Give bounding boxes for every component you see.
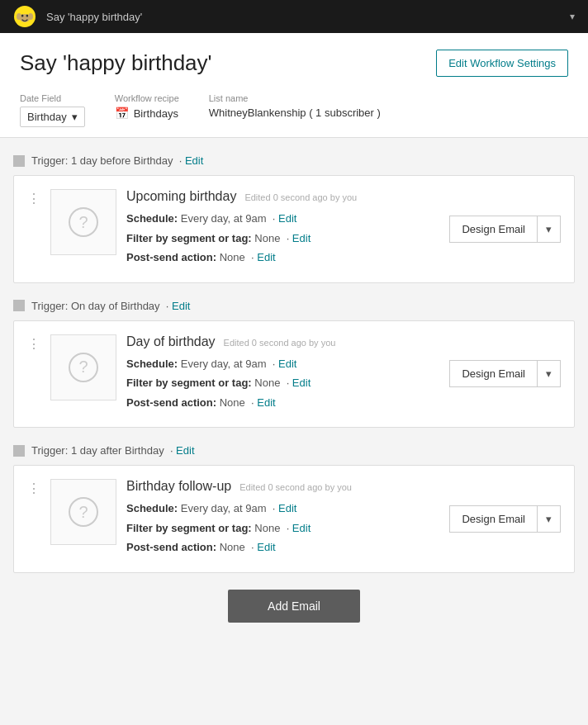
card-actions-2: Design Email ▾: [449, 360, 561, 387]
list-name-meta: List name WhitneyBlankenship ( 1 subscri…: [209, 93, 381, 119]
trigger-header-1: Trigger: 1 day before Birthday · Edit: [13, 154, 575, 167]
card-thumbnail-3: ?: [50, 479, 116, 545]
date-field-value: Birthday: [27, 111, 67, 123]
trigger-text-3: Trigger: 1 day after Birthday · Edit: [31, 444, 195, 457]
svg-point-4: [17, 13, 21, 20]
design-email-dropdown-1[interactable]: ▾: [537, 216, 561, 243]
card-body-2: Day of birthday Edited 0 second ago by y…: [126, 334, 439, 415]
design-email-dropdown-3[interactable]: ▾: [537, 505, 561, 533]
workflow-recipe-meta: Workflow recipe 📅 Birthdays: [115, 93, 179, 120]
card-edited-3: Edited 0 second ago by you: [239, 482, 352, 492]
list-name-value: WhitneyBlankenship ( 1 subscriber ): [209, 107, 381, 119]
top-nav-chevron-icon: ▾: [570, 11, 575, 22]
calendar-icon: 📅: [115, 107, 129, 120]
card-body-1: Upcoming birthday Edited 0 second ago by…: [126, 189, 439, 269]
card-edited-2: Edited 0 second ago by you: [224, 338, 336, 348]
trigger-edit-link-2[interactable]: Edit: [172, 300, 190, 312]
trigger-edit-link-1[interactable]: Edit: [185, 154, 203, 167]
postsend-edit-link-2[interactable]: Edit: [257, 396, 275, 409]
card-title-1: Upcoming birthday: [126, 189, 236, 204]
card-schedule-3: Schedule: Every day, at 9am · Edit: [126, 500, 439, 517]
card-title-row-1: Upcoming birthday Edited 0 second ago by…: [126, 189, 439, 204]
question-mark-icon-2: ?: [69, 353, 98, 382]
trigger-indicator-3: [13, 445, 25, 457]
segment-edit-link-3[interactable]: Edit: [292, 522, 311, 534]
trigger-edit-link-3[interactable]: Edit: [176, 444, 194, 457]
trigger-indicator-1: [13, 155, 25, 167]
design-email-button-3[interactable]: Design Email: [449, 505, 537, 533]
drag-handle-1: ⋮: [27, 189, 40, 206]
card-postsend-2: Post-send action: None · Edit: [126, 395, 439, 411]
top-nav-title: Say 'happy birthday': [46, 11, 570, 23]
drag-handle-3: ⋮: [27, 479, 40, 496]
card-thumbnail-1: ?: [50, 189, 116, 255]
card-postsend-3: Post-send action: None · Edit: [126, 539, 439, 556]
postsend-edit-link-3[interactable]: Edit: [257, 541, 275, 553]
card-actions-3: Design Email ▾: [449, 505, 561, 533]
schedule-edit-link-2[interactable]: Edit: [278, 358, 296, 370]
card-schedule-2: Schedule: Every day, at 9am · Edit: [126, 356, 439, 372]
email-card-1: ⋮ ? Upcoming birthday Edited 0 second ag…: [13, 175, 575, 283]
card-postsend-1: Post-send action: None · Edit: [126, 249, 439, 266]
card-actions-1: Design Email ▾: [449, 216, 561, 243]
trigger-header-2: Trigger: On day of Birthday · Edit: [13, 300, 575, 312]
page-header-top: Say 'happy birthday' Edit Workflow Setti…: [20, 50, 568, 77]
date-field-chevron-icon: ▾: [72, 111, 78, 123]
card-title-row-2: Day of birthday Edited 0 second ago by y…: [126, 334, 439, 349]
segment-edit-link-1[interactable]: Edit: [292, 232, 311, 244]
schedule-edit-link-3[interactable]: Edit: [278, 502, 296, 514]
card-body-3: Birthday follow-up Edited 0 second ago b…: [126, 479, 439, 559]
mailchimp-logo-icon: [13, 5, 36, 28]
add-email-button[interactable]: Add Email: [228, 590, 360, 623]
trigger-text-1: Trigger: 1 day before Birthday · Edit: [31, 154, 203, 167]
question-mark-icon-3: ?: [69, 497, 98, 527]
design-email-button-1[interactable]: Design Email: [449, 216, 537, 243]
email-card-3: ⋮ ? Birthday follow-up Edited 0 second a…: [13, 465, 575, 573]
trigger-indicator-2: [13, 300, 25, 311]
date-field-label: Date Field: [20, 93, 85, 103]
card-schedule-1: Schedule: Every day, at 9am · Edit: [126, 211, 439, 227]
trigger-section-3: Trigger: 1 day after Birthday · Edit ⋮ ?…: [13, 444, 575, 573]
card-segment-3: Filter by segment or tag: None · Edit: [126, 520, 439, 537]
postsend-edit-link-1[interactable]: Edit: [257, 251, 275, 263]
email-card-2: ⋮ ? Day of birthday Edited 0 second ago …: [13, 320, 575, 429]
card-edited-1: Edited 0 second ago by you: [244, 192, 357, 202]
trigger-text-2: Trigger: On day of Birthday · Edit: [31, 300, 190, 312]
edit-workflow-button[interactable]: Edit Workflow Settings: [436, 50, 568, 77]
trigger-section-2: Trigger: On day of Birthday · Edit ⋮ ? D…: [13, 300, 575, 429]
workflow-recipe-value: Birthdays: [134, 107, 178, 120]
card-title-row-3: Birthday follow-up Edited 0 second ago b…: [126, 479, 439, 494]
drag-handle-2: ⋮: [27, 334, 40, 352]
top-nav: Say 'happy birthday' ▾: [0, 0, 588, 33]
card-title-2: Day of birthday: [126, 334, 216, 349]
trigger-header-3: Trigger: 1 day after Birthday · Edit: [13, 444, 575, 457]
design-email-button-2[interactable]: Design Email: [449, 360, 537, 387]
design-email-dropdown-2[interactable]: ▾: [537, 360, 561, 387]
workflow-meta-bar: Date Field Birthday ▾ Workflow recipe 📅 …: [20, 93, 568, 137]
question-mark-icon-1: ?: [69, 207, 98, 237]
list-name-label: List name: [209, 93, 381, 103]
card-segment-1: Filter by segment or tag: None · Edit: [126, 230, 439, 247]
page-header: Say 'happy birthday' Edit Workflow Setti…: [0, 33, 588, 138]
card-thumbnail-2: ?: [50, 334, 116, 400]
date-field-meta: Date Field Birthday ▾: [20, 93, 85, 127]
add-email-section: Add Email: [13, 590, 575, 647]
workflow-recipe-value-row: 📅 Birthdays: [115, 107, 179, 120]
main-content: Trigger: 1 day before Birthday · Edit ⋮ …: [0, 138, 588, 664]
card-segment-2: Filter by segment or tag: None · Edit: [126, 375, 439, 391]
svg-point-5: [28, 13, 33, 20]
monkey-logo: [13, 5, 36, 28]
segment-edit-link-2[interactable]: Edit: [292, 377, 311, 389]
schedule-edit-link-1[interactable]: Edit: [278, 212, 296, 225]
page-title: Say 'happy birthday': [20, 50, 212, 76]
date-field-select[interactable]: Birthday ▾: [20, 107, 85, 127]
workflow-recipe-label: Workflow recipe: [115, 93, 179, 103]
trigger-section-1: Trigger: 1 day before Birthday · Edit ⋮ …: [13, 154, 575, 283]
card-title-3: Birthday follow-up: [126, 479, 231, 494]
